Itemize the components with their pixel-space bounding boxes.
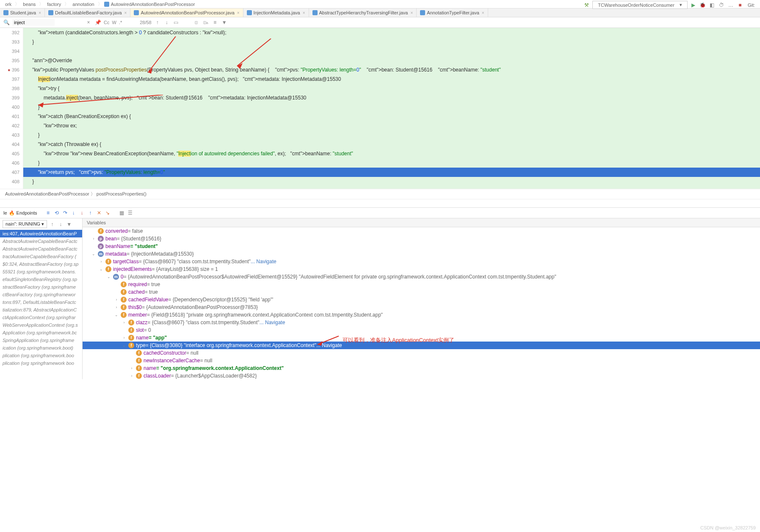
close-search-icon[interactable]: × xyxy=(85,19,92,26)
expand-icon[interactable]: › xyxy=(99,259,104,264)
var-node[interactable]: ›fthis$0 = {AutowiredAnnotationBeanPostP… xyxy=(83,303,760,311)
code-line[interactable]: "kw">return pvs; "cmt">pvs: "PropertyVal… xyxy=(23,168,760,177)
var-node[interactable]: fcachedConstructor = null xyxy=(83,349,760,357)
profile-icon[interactable]: ⏱ xyxy=(718,2,725,8)
frame-item[interactable]: $0:324, AbstractBeanFactory (org.sp xyxy=(0,260,82,268)
frame-item[interactable]: 55921 (org.springframework.beans. xyxy=(0,268,82,276)
frame-item[interactable]: plication (org springframework boo xyxy=(0,359,82,367)
code-line[interactable]: } xyxy=(23,177,760,186)
thread-select[interactable]: nain": RUNNING ▾ xyxy=(3,220,47,228)
tab-student-java[interactable]: Student.java× xyxy=(0,8,45,17)
prev-match-icon[interactable]: ↑ xyxy=(154,19,161,26)
search-input[interactable] xyxy=(12,19,55,26)
var-node[interactable]: frequired = true xyxy=(83,281,760,288)
next-match-icon[interactable]: ↓ xyxy=(163,19,170,26)
frame-item[interactable]: AbstractAutowireCapableBeanFactc xyxy=(0,237,82,245)
close-tab-icon[interactable]: × xyxy=(237,11,240,15)
frame-item[interactable]: stractBeanFactory (org.springframe xyxy=(0,283,82,291)
trace-icon[interactable]: ☰ xyxy=(127,209,134,216)
editor-breadcrumb[interactable]: AutowiredAnnotationBeanPostProcessor 〉 p… xyxy=(0,189,760,199)
code-line[interactable]: "ann">@Override xyxy=(23,56,760,65)
filter-frames-icon[interactable]: ▼ xyxy=(66,221,72,228)
tab-annotationtypefilter-java[interactable]: AnnotationTypeFilter.java× xyxy=(417,8,488,17)
step-out-icon[interactable]: ↑ xyxy=(87,209,94,216)
var-node[interactable]: fslot = 0 xyxy=(83,326,760,334)
expand-icon[interactable]: › xyxy=(122,336,127,340)
code-line[interactable] xyxy=(23,186,760,189)
frame-item[interactable]: ctApplicationContext (org.springfrar xyxy=(0,314,82,321)
tab-autowiredannotationbeanpostprocessor-java[interactable]: AutowiredAnnotationBeanPostProcessor.jav… xyxy=(130,8,243,17)
frame-item[interactable]: tialization:879, AbstractApplicationC xyxy=(0,306,82,314)
var-node[interactable]: ›fcachedFieldValue = {DependencyDescript… xyxy=(83,296,760,303)
close-tab-icon[interactable]: × xyxy=(482,11,484,15)
expand-icon[interactable]: ⌄ xyxy=(99,267,104,271)
expand-icon[interactable]: › xyxy=(129,366,134,370)
select-all-icon[interactable]: ▭ xyxy=(173,19,180,26)
code-line[interactable]: InjectionMetadata metadata = findAutowir… xyxy=(23,74,760,84)
frame-item[interactable]: ication (org.springframework.boot) xyxy=(0,344,82,352)
threads-icon[interactable]: ≡ xyxy=(45,209,52,216)
code-editor[interactable]: 392393394395● 39639739839940040140240340… xyxy=(0,28,760,189)
filter2-icon[interactable]: ⎅ₙ xyxy=(202,19,209,26)
expand-icon[interactable]: ⌄ xyxy=(114,313,119,317)
step-over-icon[interactable]: ↷ xyxy=(62,209,69,216)
expand-icon[interactable]: › xyxy=(122,320,127,325)
var-node[interactable]: fconverted = false xyxy=(83,227,760,235)
var-node[interactable]: ⌄finjectedElements = {ArrayList@15638} s… xyxy=(83,265,760,273)
code-line[interactable]: "kw">public PropertyValues postProcessPr… xyxy=(23,65,760,74)
evaluate-icon[interactable]: ▦ xyxy=(119,209,125,216)
code-line[interactable]: metadata.inject(bean, beanName, pvs); "c… xyxy=(23,93,760,102)
frame-item[interactable]: AbstractAutowireCapableBeanFactc xyxy=(0,245,82,253)
expand-icon[interactable]: › xyxy=(114,298,119,302)
close-tab-icon[interactable]: × xyxy=(303,11,305,15)
coverage-icon[interactable]: ◧ xyxy=(709,2,716,8)
code-line[interactable]: "kw">try { xyxy=(23,84,760,93)
expand-icon[interactable]: › xyxy=(114,305,119,309)
restore-layout-icon[interactable]: ⟲ xyxy=(53,209,60,216)
var-node[interactable]: ›pbean = {Student@15616} xyxy=(83,235,760,243)
force-step-into-icon[interactable]: ↓ xyxy=(79,209,86,216)
var-node[interactable]: pbeanName = "student" xyxy=(83,243,760,250)
run-to-cursor-icon[interactable]: ↘ xyxy=(104,209,111,216)
var-node[interactable]: ›fclazz = {Class@8607} "class com.tst.tm… xyxy=(83,319,760,326)
var-node[interactable]: ›fname = "org.springframework.context.Ap… xyxy=(83,364,760,372)
frame-item[interactable]: WebServerApplicationContext (org.s xyxy=(0,321,82,329)
code-line[interactable]: } xyxy=(23,158,760,168)
tab-injectionmetadata-java[interactable]: InjectionMetadata.java× xyxy=(243,8,309,17)
close-tab-icon[interactable]: × xyxy=(124,11,127,15)
frame-item[interactable]: efaultSingletonBeanRegistry (org.sp xyxy=(0,276,82,283)
frame-item[interactable]: tractAutowireCapableBeanFactory ( xyxy=(0,253,82,260)
build-icon[interactable]: ⚒ xyxy=(583,2,590,8)
frame-item[interactable]: ctBeanFactory (org.springframewor xyxy=(0,291,82,298)
var-node[interactable]: ⌄mmetadata = {InjectionMetadata@15530} xyxy=(83,250,760,258)
expand-icon[interactable]: ⌄ xyxy=(122,343,127,347)
step-into-icon[interactable]: ↓ xyxy=(70,209,77,216)
tab-defaultlistablebeanfactory-java[interactable]: DefaultListableBeanFactory.java× xyxy=(45,8,130,17)
pin-icon[interactable]: 📌 xyxy=(94,19,101,26)
frame-item[interactable]: ies:407, AutowiredAnnotationBeanP xyxy=(0,230,82,237)
frame-item[interactable]: tons:897, DefaultListableBeanFactc xyxy=(0,298,82,306)
code-line[interactable]: } xyxy=(23,130,760,140)
drop-frame-icon[interactable]: ✕ xyxy=(96,209,102,216)
var-node[interactable]: ⌄fmember = {Field@15618} "private org.sp… xyxy=(83,311,760,319)
debug-icon[interactable]: 🐞 xyxy=(699,2,706,8)
code-line[interactable] xyxy=(23,47,760,56)
var-node[interactable]: ⌄m0 = {AutowiredAnnotationBeanPostProces… xyxy=(83,273,760,281)
close-tab-icon[interactable]: × xyxy=(410,11,413,15)
frame-item[interactable]: Application (org.springframework.bc xyxy=(0,329,82,336)
funnel-icon[interactable]: ▼ xyxy=(221,19,228,26)
attach-icon[interactable]: … xyxy=(727,2,734,8)
code-line[interactable]: "kw">throw "kw">new BeanCreationExceptio… xyxy=(23,149,760,158)
var-node[interactable]: ›ftargetClass = {Class@8607} "class com.… xyxy=(83,258,760,265)
run-icon[interactable]: ▶ xyxy=(690,2,697,8)
next-frame-icon[interactable]: ↓ xyxy=(57,221,64,228)
expand-icon[interactable]: › xyxy=(129,374,134,378)
prev-frame-icon[interactable]: ↑ xyxy=(49,221,55,228)
run-config-select[interactable]: TCWarehouseOrderNoticeConsumer▾ xyxy=(592,1,688,9)
more-icon[interactable]: ≡ xyxy=(212,19,218,26)
expand-icon[interactable]: ⌄ xyxy=(91,252,96,256)
var-node[interactable]: ›fclassLoader = {Launcher$AppClassLoader… xyxy=(83,372,760,379)
frame-item[interactable]: SpringApplication (org.springframe xyxy=(0,336,82,344)
stop-icon[interactable]: ■ xyxy=(737,2,743,8)
code-line[interactable]: } xyxy=(23,102,760,112)
